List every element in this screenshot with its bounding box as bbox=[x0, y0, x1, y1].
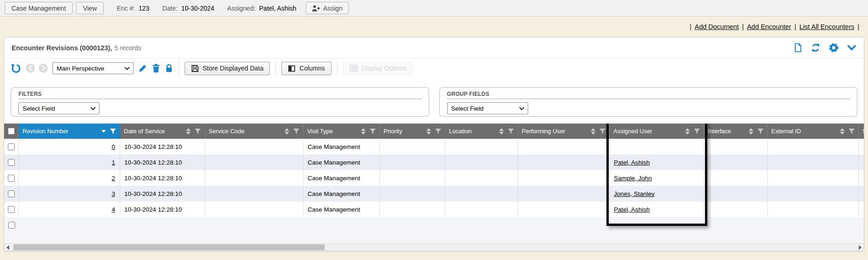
cell-visit-type: Case Management bbox=[303, 139, 380, 154]
column-header-visit-type[interactable]: Visit Type bbox=[303, 124, 380, 139]
filter-funnel-icon[interactable] bbox=[757, 129, 763, 134]
sort-icon bbox=[685, 128, 690, 135]
column-header-external-id[interactable]: External ID bbox=[768, 124, 859, 139]
revision-link[interactable]: 2 bbox=[111, 175, 115, 182]
row-checkbox[interactable] bbox=[8, 159, 15, 166]
column-label: Date of Service bbox=[124, 128, 186, 135]
add-document-link[interactable]: Add Document bbox=[695, 23, 739, 30]
sort-desc-icon bbox=[101, 130, 106, 133]
sort-icon bbox=[285, 128, 289, 135]
table-row[interactable]: 0 10-30-2024 12:28:10 Case Management bbox=[4, 139, 864, 154]
columns-button[interactable]: Columns bbox=[281, 62, 331, 75]
filter-funnel-icon[interactable] bbox=[110, 129, 116, 134]
list-all-encounters-link[interactable]: List All Encounters bbox=[799, 23, 854, 30]
case-management-button[interactable]: Case Management bbox=[5, 2, 73, 14]
history-back-button[interactable] bbox=[26, 64, 35, 73]
filter-funnel-icon[interactable] bbox=[508, 129, 514, 134]
table-row[interactable]: 4 10-30-2024 12:28:10 Case Management Pa… bbox=[4, 201, 864, 217]
assigned-user-link[interactable]: Patel, Ashish bbox=[614, 206, 650, 213]
sort-icon bbox=[840, 128, 845, 135]
cell-clipped bbox=[859, 201, 864, 217]
revision-link[interactable]: 0 bbox=[111, 143, 115, 150]
delete-trash-icon[interactable] bbox=[152, 64, 160, 73]
cell-assigned-user: Patel, Ashish bbox=[610, 201, 704, 217]
column-header-service-code[interactable]: Service Code bbox=[205, 124, 303, 139]
assigned-label: Assigned: bbox=[227, 5, 255, 12]
edit-pencil-icon[interactable] bbox=[138, 64, 147, 73]
sort-icon bbox=[591, 128, 595, 135]
filter-funnel-icon[interactable] bbox=[293, 129, 299, 134]
new-document-icon[interactable] bbox=[793, 43, 803, 53]
assigned-field: Assigned: Patel, Ashish bbox=[227, 5, 296, 12]
filter-funnel-icon[interactable] bbox=[600, 129, 606, 134]
scroll-right-icon[interactable] bbox=[856, 245, 864, 250]
assign-button[interactable]: Assign bbox=[306, 2, 349, 14]
sort-icon bbox=[749, 128, 753, 135]
row-checkbox[interactable] bbox=[8, 175, 15, 182]
cell-assigned-user: Patel, Ashish bbox=[610, 154, 704, 170]
cell-date-of-service: 10-30-2024 12:28:10 bbox=[120, 170, 205, 186]
revision-link[interactable]: 3 bbox=[111, 190, 115, 197]
cell-performing-user bbox=[518, 201, 610, 217]
cell-priority bbox=[380, 139, 445, 154]
revision-link[interactable]: 4 bbox=[111, 206, 115, 213]
undo-icon[interactable] bbox=[11, 63, 21, 74]
filter-funnel-icon[interactable] bbox=[694, 129, 700, 134]
horizontal-scrollbar[interactable] bbox=[4, 243, 864, 251]
perspective-select[interactable]: Main Perspective bbox=[52, 62, 134, 74]
assigned-user-link[interactable]: Jones, Stanley bbox=[614, 190, 655, 197]
column-header-performing-user[interactable]: Performing User bbox=[518, 124, 610, 139]
column-header-revision-number[interactable]: Revision Number bbox=[19, 124, 120, 139]
row-checkbox[interactable] bbox=[8, 143, 15, 150]
filter-funnel-icon[interactable] bbox=[370, 129, 376, 134]
scroll-left-icon[interactable] bbox=[4, 245, 12, 250]
cell-location bbox=[445, 154, 518, 170]
cell-visit-type: Case Management bbox=[303, 154, 380, 170]
link-separator: | bbox=[690, 23, 692, 30]
add-encounter-link[interactable]: Add Encounter bbox=[747, 23, 791, 30]
display-options-button[interactable]: Display Options bbox=[343, 62, 413, 75]
new-row-checkbox[interactable] bbox=[8, 222, 15, 229]
link-separator: | bbox=[857, 23, 859, 30]
group-fields-rule bbox=[447, 99, 851, 99]
row-checkbox-cell bbox=[4, 154, 19, 170]
panel-header: Encounter Revisions (0000123), 5 records bbox=[4, 37, 864, 59]
store-displayed-data-button[interactable]: Store Displayed Data bbox=[185, 62, 270, 75]
assigned-user-link[interactable]: Sample, John bbox=[614, 175, 652, 182]
table-row[interactable]: 1 10-30-2024 12:28:10 Case Management Pa… bbox=[4, 154, 864, 170]
row-checkbox[interactable] bbox=[8, 206, 15, 213]
cell-external-id bbox=[768, 154, 859, 170]
column-header-clipped[interactable]: S bbox=[859, 124, 864, 139]
cell-location bbox=[445, 201, 518, 217]
view-button[interactable]: View bbox=[76, 2, 104, 14]
column-header-interface[interactable]: Interface bbox=[704, 124, 768, 139]
refresh-icon[interactable] bbox=[811, 43, 821, 53]
scrollbar-thumb[interactable] bbox=[13, 244, 325, 250]
filters-field-select[interactable]: Select Field bbox=[18, 102, 99, 114]
revision-link[interactable]: 1 bbox=[111, 159, 115, 166]
group-fields-select-wrapper: Select Field bbox=[447, 102, 528, 114]
select-all-checkbox[interactable] bbox=[8, 128, 15, 135]
cell-assigned-user bbox=[610, 139, 704, 154]
chevron-down-icon[interactable] bbox=[847, 43, 856, 52]
column-header-date-of-service[interactable]: Date of Service bbox=[120, 124, 205, 139]
table-row[interactable]: 3 10-30-2024 12:28:10 Case Management Jo… bbox=[4, 186, 864, 201]
row-checkbox[interactable] bbox=[8, 190, 15, 197]
filter-funnel-icon[interactable] bbox=[849, 129, 855, 134]
column-header-assigned-user[interactable]: Assigned User bbox=[610, 124, 704, 139]
gear-icon[interactable] bbox=[829, 43, 839, 53]
history-forward-button[interactable] bbox=[39, 64, 48, 73]
table-row[interactable]: 2 10-30-2024 12:28:10 Case Management Sa… bbox=[4, 170, 864, 186]
assigned-user-link[interactable]: Patel, Ashish bbox=[614, 159, 650, 166]
column-header-location[interactable]: Location bbox=[445, 124, 518, 139]
group-fields-select[interactable]: Select Field bbox=[447, 102, 528, 114]
filter-funnel-icon[interactable] bbox=[435, 129, 441, 134]
cell-service-code bbox=[205, 154, 303, 170]
column-header-priority[interactable]: Priority bbox=[380, 124, 445, 139]
lock-icon[interactable] bbox=[165, 64, 173, 73]
cell-performing-user bbox=[518, 186, 610, 201]
filter-funnel-icon[interactable] bbox=[195, 129, 201, 134]
scrollbar-track[interactable] bbox=[12, 244, 856, 251]
columns-button-label: Columns bbox=[299, 65, 325, 72]
cell-date-of-service: 10-30-2024 12:28:10 bbox=[120, 139, 205, 154]
